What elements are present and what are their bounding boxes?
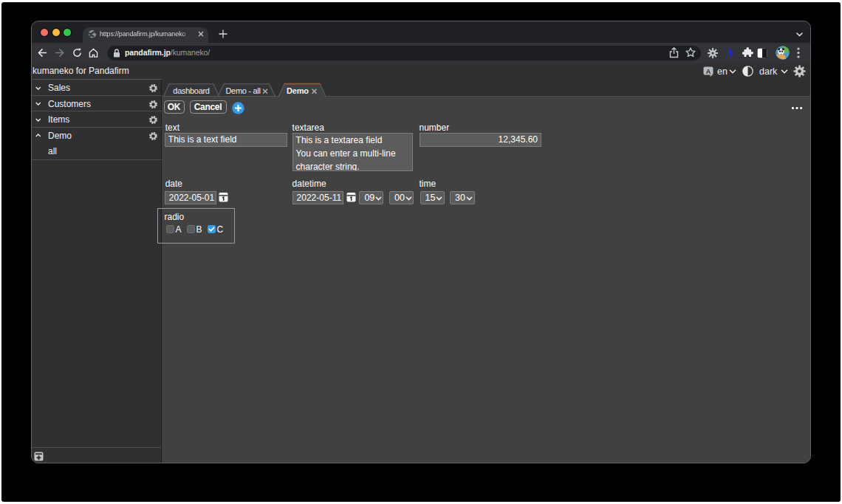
svg-text:dashboard: dashboard <box>173 86 209 95</box>
svg-text:A: A <box>706 67 711 75</box>
svg-text:Demo - all: Demo - all <box>225 86 260 95</box>
svg-text:Demo: Demo <box>287 86 309 95</box>
